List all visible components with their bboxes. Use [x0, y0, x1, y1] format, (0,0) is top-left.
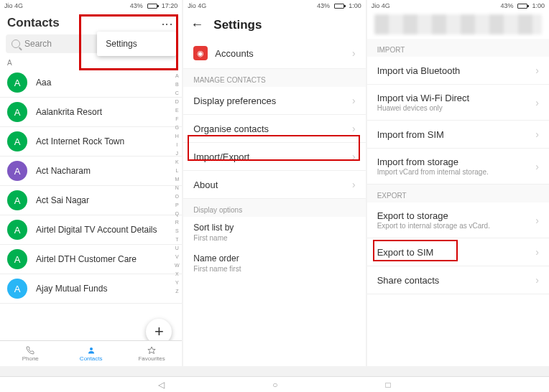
time-label: 1:00 [532, 2, 545, 9]
section-header-manage: MANAGE CONTACTS [183, 69, 365, 87]
contact-row[interactable]: AAct Nacharam [0, 157, 182, 186]
row-about[interactable]: About› [183, 171, 365, 199]
contact-row[interactable]: AAirtel DTH Customer Care [0, 245, 182, 274]
contacts-screen: Jio 4G 43% 17:20 Contacts ⋮ Search Setti… [0, 0, 182, 366]
chevron-right-icon: › [535, 65, 539, 76]
back-nav-icon[interactable]: ◁ [158, 380, 165, 390]
nav-phone[interactable]: Phone [0, 341, 60, 366]
row-label: About [193, 179, 218, 190]
row-share-contacts[interactable]: Share contacts› [367, 266, 549, 294]
nav-label: Contacts [80, 355, 103, 362]
nav-label: Phone [22, 355, 39, 362]
search-icon [11, 39, 20, 48]
accounts-icon: ◉ [193, 46, 208, 60]
contact-row[interactable]: AAalankrita Resort [0, 98, 182, 127]
section-header: A [0, 57, 182, 68]
battery-label: 43% [500, 2, 513, 9]
avatar: A [7, 161, 27, 181]
bottom-nav: Phone Contacts Favourites [0, 340, 182, 366]
system-nav-bar: ◁ ○ □ [0, 376, 549, 392]
settings-screen: Jio 4G 43% 1:00 ← Settings ◉ Accounts › … [183, 0, 365, 366]
battery-label: 43% [130, 2, 143, 9]
row-label: Import via Bluetooth [377, 65, 461, 76]
recents-nav-icon[interactable]: □ [386, 380, 391, 390]
row-label: Import from SIM [377, 129, 444, 140]
chevron-right-icon: › [352, 179, 356, 190]
home-nav-icon[interactable]: ○ [272, 380, 277, 390]
contact-name: Act Nacharam [36, 166, 91, 176]
nav-label: Favourites [138, 355, 165, 362]
row-import-sim[interactable]: Import from SIM› [367, 121, 549, 149]
overflow-menu: Settings [97, 32, 176, 56]
row-name-order[interactable]: Name order [183, 248, 365, 265]
avatar: A [7, 190, 27, 210]
star-icon [147, 346, 157, 355]
nav-favourites[interactable]: Favourites [121, 341, 182, 366]
chevron-right-icon: › [352, 47, 356, 59]
contact-name: Ajay Mutual Funds [36, 284, 107, 294]
row-label: Share contacts [377, 275, 440, 286]
row-accounts[interactable]: ◉ Accounts › [183, 38, 365, 69]
chevron-right-icon: › [535, 97, 539, 108]
chevron-right-icon: › [535, 161, 539, 172]
row-label: Export to storage [377, 210, 490, 221]
contact-row[interactable]: AAct Internet Rock Town [0, 127, 182, 157]
more-menu-button[interactable]: ⋮ [160, 15, 174, 31]
avatar: A [7, 249, 27, 269]
section-header-export: EXPORT [367, 185, 549, 202]
contact-name: Act Internet Rock Town [36, 136, 124, 146]
page-title-blurred [374, 14, 542, 34]
chevron-right-icon: › [352, 151, 356, 162]
row-import-storage[interactable]: Import from storageImport vCard from int… [367, 149, 549, 185]
svg-point-0 [90, 347, 93, 350]
contact-row[interactable]: AAirtel Digital TV Account Details [0, 215, 182, 245]
page-title: Contacts [7, 16, 60, 30]
contact-row[interactable]: AAjay Mutual Funds [0, 274, 182, 304]
contact-name: Act Sai Nagar [36, 195, 89, 205]
row-label: Organise contacts [193, 123, 269, 134]
row-import-export[interactable]: Import/Export› [183, 143, 365, 171]
back-button[interactable]: ← [190, 17, 203, 32]
battery-icon [334, 4, 344, 9]
nav-contacts[interactable]: Contacts [60, 341, 121, 366]
row-label: Display preferences [193, 95, 276, 106]
menu-item-settings[interactable]: Settings [106, 39, 167, 49]
contact-row[interactable]: AAct Sai Nagar [0, 186, 182, 215]
search-placeholder: Search [24, 39, 52, 49]
avatar: A [7, 102, 27, 122]
row-label: Name order [193, 253, 239, 263]
battery-icon [517, 4, 527, 9]
index-bar[interactable]: A B C D E F G H I J K L M N O P Q R S T … [173, 72, 180, 296]
status-bar: Jio 4G 43% 1:00 [367, 0, 549, 11]
time-label: 1:00 [349, 2, 361, 9]
row-sort-by[interactable]: Sort list by [183, 217, 365, 234]
row-label: Export to SIM [377, 247, 434, 258]
row-label: Import/Export [193, 151, 249, 162]
chevron-right-icon: › [535, 274, 539, 286]
row-sort-value: First name [183, 234, 365, 248]
contact-row[interactable]: AAaa [0, 68, 182, 98]
avatar: A [7, 73, 27, 93]
avatar: A [7, 220, 27, 240]
status-bar: Jio 4G 43% 1:00 [183, 0, 365, 11]
chevron-right-icon: › [535, 246, 539, 258]
row-label: Import via Wi-Fi Direct [377, 93, 470, 103]
carrier-label: Jio 4G [4, 2, 23, 9]
chevron-right-icon: › [535, 129, 539, 140]
row-export-sim[interactable]: Export to SIM› [367, 238, 549, 266]
contacts-icon [86, 346, 96, 355]
row-export-storage[interactable]: Export to storageExport to internal stor… [367, 202, 549, 238]
row-sub: Import vCard from internal storage. [377, 168, 489, 176]
import-export-screen: Jio 4G 43% 1:00 IMPORT Import via Blueto… [367, 0, 549, 366]
time-label: 17:20 [162, 2, 178, 9]
contact-name: Airtel DTH Customer Care [36, 254, 137, 264]
row-label: Accounts [215, 48, 352, 59]
row-import-bluetooth[interactable]: Import via Bluetooth› [367, 57, 549, 85]
battery-icon [147, 4, 157, 9]
row-sub: Export to internal storage as vCard. [377, 222, 490, 230]
row-import-wifi-direct[interactable]: Import via Wi-Fi DirectHuawei devices on… [367, 85, 549, 121]
chevron-right-icon: › [352, 95, 356, 106]
row-display-preferences[interactable]: Display preferences› [183, 87, 365, 115]
contact-name: Airtel Digital TV Account Details [36, 225, 157, 235]
row-organise-contacts[interactable]: Organise contacts› [183, 115, 365, 143]
